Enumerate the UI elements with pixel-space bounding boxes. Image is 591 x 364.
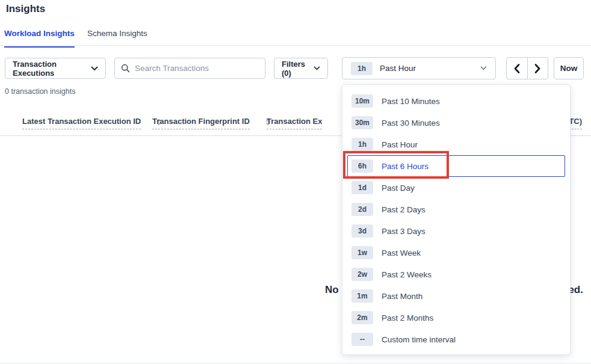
interval-label: Custom time interval <box>382 335 456 344</box>
interval-badge: 30m <box>351 116 373 129</box>
time-interval-option[interactable]: -- Custom time interval <box>347 329 565 350</box>
time-interval-selector[interactable]: 1h Past Hour <box>342 57 496 79</box>
now-button[interactable]: Now <box>554 57 584 79</box>
interval-label: Past 3 Days <box>382 227 425 236</box>
insights-count: 0 transaction insights <box>5 87 75 96</box>
interval-badge: 2w <box>351 268 373 281</box>
interval-badge: 2m <box>351 311 373 324</box>
tab-bar: Workload Insights Schema Insights <box>0 26 591 46</box>
time-interval-option[interactable]: 2m Past 2 Months <box>347 307 565 329</box>
transaction-type-dropdown[interactable]: Transaction Executions <box>5 58 106 79</box>
insights-page: Insights Workload Insights Schema Insigh… <box>0 0 591 364</box>
interval-badge: 10m <box>351 94 373 108</box>
chevron-down-icon <box>91 66 98 71</box>
time-interval-option[interactable]: 6h Past 6 Hours <box>347 155 565 177</box>
search-input[interactable] <box>135 64 259 73</box>
time-interval-label: Past Hour <box>380 64 480 73</box>
table-column-header[interactable]: Transaction Ex <box>267 117 322 129</box>
time-interval-option[interactable]: 1m Past Month <box>347 285 565 307</box>
interval-label: Past Day <box>382 184 415 193</box>
chevron-right-icon <box>534 64 540 73</box>
previous-interval-button[interactable] <box>507 58 528 79</box>
interval-badge: 6h <box>351 159 373 173</box>
interval-label: Past 2 Months <box>382 313 433 322</box>
time-interval-option[interactable]: 1w Past Week <box>347 242 565 264</box>
chevron-down-icon <box>314 66 320 70</box>
interval-label: Past 6 Hours <box>382 162 429 171</box>
time-interval-option[interactable]: 2d Past 2 Days <box>347 199 565 220</box>
interval-label: Past 2 Weeks <box>382 270 432 279</box>
table-column-header[interactable]: Transaction Fingerprint ID <box>152 117 270 129</box>
interval-badge: 2d <box>351 203 373 216</box>
interval-badge: 1w <box>351 246 373 259</box>
time-interval-option[interactable]: 1h Past Hour <box>347 134 565 155</box>
interval-badge: 3d <box>351 224 373 238</box>
table-column-header[interactable]: Latest Transaction Execution ID <box>22 117 161 129</box>
time-interval-option[interactable]: 2w Past 2 Weeks <box>347 264 565 285</box>
time-interval-option[interactable]: 1d Past Day <box>347 177 565 199</box>
page-title: Insights <box>6 3 45 15</box>
column-label: Transaction Fingerprint ID <box>152 117 250 129</box>
time-interval-option[interactable]: 30m Past 30 Minutes <box>347 112 565 134</box>
time-interval-option[interactable]: 3d Past 3 Days <box>347 220 565 242</box>
interval-label: Past Hour <box>382 140 418 149</box>
tab-workload-insights[interactable]: Workload Insights <box>4 29 75 48</box>
interval-label: Past Week <box>382 248 421 258</box>
interval-badge: 1m <box>351 289 373 303</box>
interval-badge: 1d <box>351 181 373 194</box>
interval-label: Past 30 Minutes <box>382 119 440 128</box>
transaction-type-label: Transaction Executions <box>13 60 91 78</box>
column-label: Transaction Ex <box>267 117 322 129</box>
search-transactions-box[interactable] <box>114 58 265 79</box>
time-interval-option[interactable]: 10m Past 10 Minutes <box>347 90 565 112</box>
filters-label: Filters (0) <box>282 60 314 78</box>
interval-label: Past Month <box>382 292 422 301</box>
time-interval-badge: 1h <box>351 62 373 75</box>
chevron-left-icon <box>514 64 520 73</box>
interval-label: Past 10 Minutes <box>382 97 440 106</box>
search-icon <box>121 64 130 73</box>
next-interval-button[interactable] <box>528 58 548 79</box>
time-pager <box>506 57 548 79</box>
tab-schema-insights[interactable]: Schema Insights <box>87 29 147 46</box>
chevron-down-icon <box>480 66 487 70</box>
column-label: Latest Transaction Execution ID <box>22 117 141 129</box>
interval-label: Past 2 Days <box>382 205 425 214</box>
time-interval-dropdown-menu: 10m Past 10 Minutes 30m Past 30 Minutes … <box>342 84 571 355</box>
filters-button[interactable]: Filters (0) <box>274 58 328 79</box>
interval-badge: -- <box>351 333 373 346</box>
interval-badge: 1h <box>351 138 373 151</box>
bottom-divider <box>0 363 591 363</box>
